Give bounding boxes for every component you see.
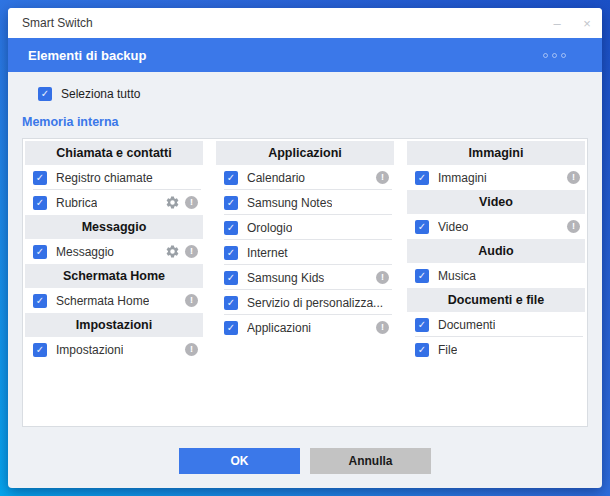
backup-item[interactable]: ✓Samsung Kids!	[216, 265, 394, 290]
item-icons: !	[376, 171, 389, 184]
item-label: Servizio di personalizza...	[247, 296, 383, 310]
item-icons: !	[567, 220, 580, 233]
backup-item[interactable]: ✓Documenti	[407, 312, 585, 337]
backup-item[interactable]: ✓Impostazioni!	[25, 337, 203, 362]
item-label: Video	[438, 220, 468, 234]
item-icons: !	[185, 343, 198, 356]
category-header: Audio	[407, 239, 585, 263]
backup-item[interactable]: ✓Servizio di personalizza...	[216, 290, 394, 315]
category-header: Schermata Home	[25, 264, 203, 288]
window-title: Smart Switch	[22, 16, 93, 30]
item-checkbox[interactable]: ✓	[33, 245, 47, 259]
item-label: Applicazioni	[247, 321, 311, 335]
item-icons: !	[165, 244, 198, 259]
backup-item[interactable]: ✓Messaggio!	[25, 239, 203, 264]
info-icon[interactable]: !	[185, 294, 198, 307]
item-checkbox[interactable]: ✓	[224, 196, 238, 210]
item-icons: !	[376, 321, 389, 334]
item-label: Schermata Home	[56, 294, 149, 308]
item-checkbox[interactable]: ✓	[224, 171, 238, 185]
item-label: Musica	[438, 269, 476, 283]
backup-item[interactable]: ✓Musica	[407, 263, 585, 288]
window-controls: – ×	[542, 8, 602, 38]
category-header: Messaggio	[25, 215, 203, 239]
smart-switch-window: Smart Switch – × Elementi di backup ✓ Se…	[8, 8, 602, 488]
backup-item[interactable]: ✓File	[407, 337, 585, 362]
info-icon[interactable]: !	[376, 171, 389, 184]
backup-item[interactable]: ✓Rubrica!	[25, 190, 203, 215]
item-label: Samsung Kids	[247, 271, 324, 285]
item-checkbox[interactable]: ✓	[415, 269, 429, 283]
window-body: ✓ Seleziona tutto Memoria interna Chiama…	[8, 72, 602, 488]
category-header: Chiamata e contatti	[25, 141, 203, 165]
category-header: Applicazioni	[216, 141, 394, 165]
item-checkbox[interactable]: ✓	[33, 294, 47, 308]
item-checkbox[interactable]: ✓	[415, 171, 429, 185]
item-checkbox[interactable]: ✓	[224, 246, 238, 260]
backup-column-2: Applicazioni✓Calendario!✓Samsung Notes✓O…	[216, 141, 394, 424]
item-checkbox[interactable]: ✓	[33, 171, 47, 185]
category-header: Immagini	[407, 141, 585, 165]
minimize-icon[interactable]: –	[542, 8, 572, 38]
item-label: Immagini	[438, 171, 487, 185]
backup-item[interactable]: ✓Applicazioni!	[216, 315, 394, 340]
info-icon[interactable]: !	[185, 245, 198, 258]
info-icon[interactable]: !	[567, 171, 580, 184]
backup-item[interactable]: ✓Orologio	[216, 215, 394, 240]
settings-gear-icon[interactable]	[165, 195, 180, 210]
info-icon[interactable]: !	[376, 271, 389, 284]
item-label: Registro chiamate	[56, 171, 153, 185]
footer: OK Annulla	[8, 448, 602, 488]
item-checkbox[interactable]: ✓	[224, 271, 238, 285]
info-icon[interactable]: !	[185, 196, 198, 209]
backup-item[interactable]: ✓Calendario!	[216, 165, 394, 190]
backup-column-3: Immagini✓Immagini!Video✓Video!Audio✓Musi…	[407, 141, 585, 424]
item-label: Orologio	[247, 221, 292, 235]
settings-gear-icon[interactable]	[165, 244, 180, 259]
item-checkbox[interactable]: ✓	[224, 221, 238, 235]
backup-item[interactable]: ✓Video!	[407, 214, 585, 239]
category-header: Documenti e file	[407, 288, 585, 312]
item-icons: !	[567, 171, 580, 184]
category-header: Impostazioni	[25, 313, 203, 337]
item-checkbox[interactable]: ✓	[415, 220, 429, 234]
info-icon[interactable]: !	[185, 343, 198, 356]
select-all-label: Seleziona tutto	[61, 87, 140, 101]
item-label: Impostazioni	[56, 343, 123, 357]
desktop-background: Smart Switch – × Elementi di backup ✓ Se…	[0, 0, 610, 496]
cancel-button[interactable]: Annulla	[310, 448, 431, 474]
close-icon[interactable]: ×	[572, 8, 602, 38]
page-title: Elementi di backup	[28, 48, 146, 63]
select-all-checkbox[interactable]: ✓	[38, 87, 52, 101]
backup-item[interactable]: ✓Immagini!	[407, 165, 585, 190]
item-checkbox[interactable]: ✓	[33, 196, 47, 210]
item-checkbox[interactable]: ✓	[224, 296, 238, 310]
backup-column-1: Chiamata e contatti✓Registro chiamate✓Ru…	[25, 141, 203, 424]
more-options-icon[interactable]	[539, 49, 586, 62]
info-icon[interactable]: !	[567, 220, 580, 233]
item-icons: !	[185, 294, 198, 307]
item-icons: !	[376, 271, 389, 284]
select-all-row[interactable]: ✓ Seleziona tutto	[38, 86, 602, 102]
item-label: File	[438, 343, 457, 357]
backup-item[interactable]: ✓Samsung Notes	[216, 190, 394, 215]
backup-items-panel: Chiamata e contatti✓Registro chiamate✓Ru…	[22, 138, 588, 427]
category-header: Video	[407, 190, 585, 214]
item-label: Documenti	[438, 318, 495, 332]
ok-button[interactable]: OK	[179, 448, 300, 474]
item-label: Rubrica	[56, 196, 97, 210]
item-icons: !	[165, 195, 198, 210]
info-icon[interactable]: !	[376, 321, 389, 334]
item-label: Calendario	[247, 171, 305, 185]
backup-item[interactable]: ✓Registro chiamate	[25, 165, 203, 190]
item-checkbox[interactable]: ✓	[33, 343, 47, 357]
backup-item[interactable]: ✓Internet	[216, 240, 394, 265]
titlebar: Smart Switch – ×	[8, 8, 602, 38]
item-checkbox[interactable]: ✓	[415, 318, 429, 332]
item-checkbox[interactable]: ✓	[415, 343, 429, 357]
app-header: Elementi di backup	[8, 38, 602, 72]
item-label: Internet	[247, 246, 288, 260]
item-checkbox[interactable]: ✓	[224, 321, 238, 335]
backup-item[interactable]: ✓Schermata Home!	[25, 288, 203, 313]
section-label-internal-memory: Memoria interna	[22, 115, 588, 129]
